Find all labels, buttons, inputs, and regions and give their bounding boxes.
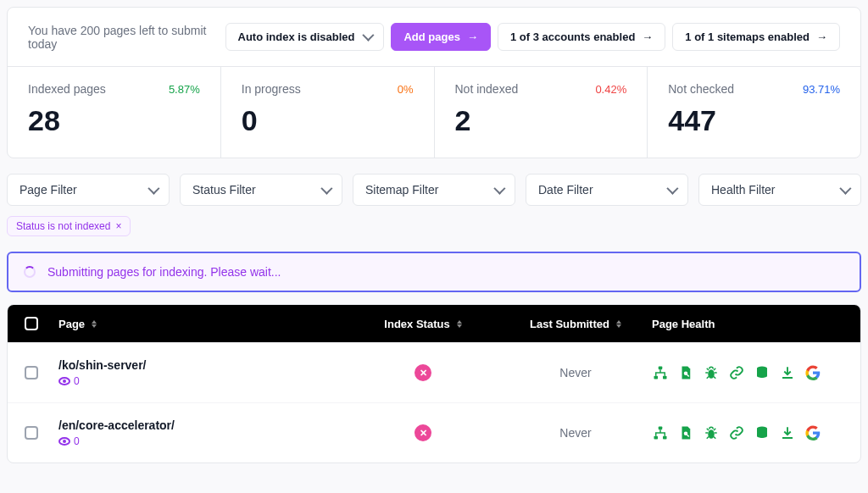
col-page-health-header: Page Health [652,318,843,330]
filter-label: Status Filter [192,183,256,197]
add-pages-label: Add pages [403,30,459,43]
chevron-down-icon [491,183,503,197]
chip-label: Status is not indexed [16,220,110,232]
download-icon[interactable] [779,424,796,441]
table-header: Page Index Status Last Submitted Page He… [8,305,860,342]
stat-label: Not indexed [455,82,519,96]
last-submitted: Never [559,426,591,440]
svg-rect-0 [659,367,663,370]
eye-icon [58,377,70,385]
auto-index-dropdown[interactable]: Auto index is disabled [225,23,385,51]
stat-label: In progress [242,82,301,96]
svg-rect-6 [659,427,663,430]
date-filter-dropdown[interactable]: Date Filter [526,174,688,206]
stat-value: 28 [28,104,200,137]
accounts-enabled-button[interactable]: 1 of 3 accounts enabled [498,23,665,51]
svg-rect-8 [663,436,667,440]
database-icon[interactable] [754,424,771,441]
table-row: /ko/shin-server/0✕Never [8,342,860,402]
google-icon[interactable] [804,364,821,381]
stat-in-progress[interactable]: In progress 0% 0 [221,67,435,158]
stat-value: 2 [455,104,627,137]
status-error-icon[interactable]: ✕ [415,364,431,381]
stat-label: Indexed pages [28,82,106,96]
sitemap-tree-icon[interactable] [652,364,669,381]
health-icons [652,364,843,381]
add-pages-button[interactable]: Add pages [391,23,490,51]
svg-rect-7 [654,436,659,440]
stat-not-indexed[interactable]: Not indexed 0.42% 2 [435,67,648,158]
filter-label: Date Filter [538,183,593,197]
page-find-icon[interactable] [677,424,694,441]
stat-pct: 0% [398,83,414,96]
bug-icon[interactable] [703,424,720,441]
google-icon[interactable] [804,424,821,441]
submitting-banner: Submitting pages for indexing. Please wa… [7,252,861,292]
sort-icon [457,320,462,328]
select-all-checkbox[interactable] [25,317,38,330]
col-last-label: Last Submitted [530,318,609,330]
stat-indexed[interactable]: Indexed pages 5.87% 28 [8,67,221,158]
auto-index-label: Auto index is disabled [238,30,355,43]
status-filter-dropdown[interactable]: Status Filter [180,174,342,206]
close-icon[interactable]: × [115,220,121,232]
arrow-right-icon [640,30,653,43]
accounts-label: 1 of 3 accounts enabled [510,30,635,43]
bug-icon[interactable] [703,364,720,381]
stat-pct: 0.42% [595,83,626,96]
svg-rect-1 [654,376,659,379]
col-page-header[interactable]: Page [58,318,347,330]
applied-filter-chip[interactable]: Status is not indexed × [7,216,131,236]
arrow-right-icon [815,30,827,43]
row-checkbox[interactable] [25,366,38,379]
chevron-down-icon [318,183,330,197]
stat-pct: 5.87% [169,83,200,96]
col-page-label: Page [58,318,85,330]
col-last-submitted-header[interactable]: Last Submitted [499,318,652,330]
link-icon[interactable] [728,364,745,381]
sitemap-tree-icon[interactable] [652,424,669,441]
page-path[interactable]: /en/core-accelerator/ [58,418,175,432]
sort-icon [616,320,621,328]
stat-not-checked[interactable]: Not checked 93.71% 447 [648,67,860,158]
health-filter-dropdown[interactable]: Health Filter [698,174,861,206]
chevron-down-icon [145,183,157,197]
sitemap-filter-dropdown[interactable]: Sitemap Filter [353,174,515,206]
page-views: 0 [58,435,175,447]
svg-rect-2 [663,376,667,379]
col-index-status-header[interactable]: Index Status [347,318,499,330]
eye-icon [58,437,70,446]
filter-label: Sitemap Filter [365,183,438,197]
sitemaps-label: 1 of 1 sitemaps enabled [685,30,810,43]
download-icon[interactable] [779,364,796,381]
chevron-down-icon [837,183,849,197]
chevron-down-icon [664,183,676,197]
banner-text: Submitting pages for indexing. Please wa… [47,265,281,279]
stat-value: 0 [242,104,414,137]
status-error-icon[interactable]: ✕ [415,424,431,441]
spinner-icon [24,266,36,278]
page-views: 0 [58,375,147,387]
sort-icon [92,320,97,328]
chevron-down-icon [359,30,371,43]
col-status-label: Index Status [384,318,449,330]
sitemaps-enabled-button[interactable]: 1 of 1 sitemaps enabled [672,23,840,51]
row-checkbox[interactable] [25,426,38,440]
last-submitted: Never [559,366,591,379]
quota-message: You have 200 pages left to submit today [28,24,219,51]
page-path[interactable]: /ko/shin-server/ [58,358,147,372]
col-health-label: Page Health [652,318,715,330]
filter-label: Page Filter [19,183,77,197]
page-find-icon[interactable] [677,364,694,381]
health-icons [652,424,843,441]
database-icon[interactable] [754,364,771,381]
stat-pct: 93.71% [803,83,840,96]
table-row: /en/core-accelerator/0✕Never [8,402,860,463]
stat-value: 447 [668,104,840,137]
link-icon[interactable] [728,424,745,441]
filter-label: Health Filter [711,183,775,197]
pages-table: Page Index Status Last Submitted Page He… [7,304,861,463]
page-filter-dropdown[interactable]: Page Filter [7,174,170,206]
arrow-right-icon [465,30,478,43]
stat-label: Not checked [668,82,734,96]
